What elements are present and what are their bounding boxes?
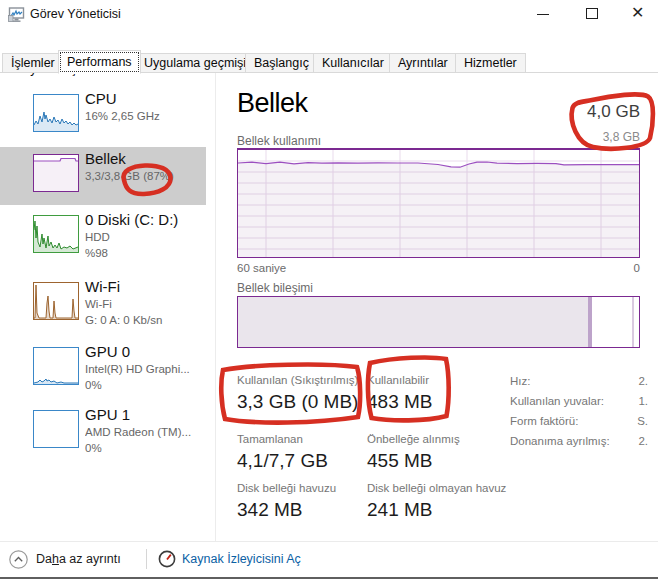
sidebar-disk-type: HDD xyxy=(85,231,110,243)
detail-slots-label: Kullanılan yuvalar: xyxy=(510,395,604,407)
sidebar-wifi-name: Wi-Fi xyxy=(85,298,112,310)
tab-ayrintilar[interactable]: Ayrıntılar xyxy=(389,53,457,73)
footer-divider xyxy=(0,541,658,542)
tab-islemler[interactable]: İşlemler xyxy=(2,53,64,73)
stat-committed-label: Tamamlanan xyxy=(237,433,303,445)
title-bar: Görev Yöneticisi ✕ xyxy=(0,0,658,30)
sidebar-memory-title: Bellek xyxy=(85,150,126,167)
sidebar-gpu1-usage: 0% xyxy=(85,442,102,454)
sidebar-gpu0-name: Intel(R) HD Graphi... xyxy=(85,363,190,375)
stat-paged-pool-value: 342 MB xyxy=(237,499,302,521)
tab-kullanicilar[interactable]: Kullanıcılar xyxy=(313,53,393,73)
tab-baslangic[interactable]: Başlangıç xyxy=(245,53,318,73)
stat-used-label: Kullanılan (Sıkıştırılmış) xyxy=(237,374,358,386)
resource-monitor-icon xyxy=(158,550,176,568)
page-title: Bellek xyxy=(237,88,308,119)
sidebar-disk-usage: %98 xyxy=(85,247,108,259)
memory-mini-chart-icon xyxy=(33,154,79,192)
memory-total-value: 4,0 GB xyxy=(500,102,640,122)
fewer-details-accesskey: h xyxy=(52,552,59,566)
detail-reserved-label: Donanıma ayrılmış: xyxy=(510,435,610,447)
gpu0-mini-chart-icon xyxy=(33,347,79,385)
chart-axis-right: 0 xyxy=(560,262,640,274)
window-bottom-border xyxy=(0,577,658,579)
minimize-button[interactable] xyxy=(528,0,558,26)
detail-formfactor-label: Form faktörü: xyxy=(510,415,578,427)
sidebar-gpu1-title: GPU 1 xyxy=(85,406,130,423)
chart-axis-left: 60 saniye xyxy=(237,262,286,274)
footer-separator xyxy=(146,549,147,569)
open-resource-monitor-link[interactable]: Kaynak İzleyicisini Aç xyxy=(182,552,301,566)
composition-modified-segment xyxy=(588,297,592,347)
detail-speed-label: Hız: xyxy=(510,375,530,387)
sidebar-disk-title: 0 Diski (C: D:) xyxy=(85,211,178,228)
memory-usage-chart xyxy=(237,148,640,258)
sidebar-cpu-title: CPU xyxy=(85,90,117,107)
sidebar-separator xyxy=(215,73,216,541)
task-manager-window: Görev Yöneticisi ✕ Dosya Seçenekler Görü… xyxy=(0,0,658,585)
stat-nonpaged-pool-label: Disk belleği olmayan havuz xyxy=(367,482,506,494)
sidebar-memory-usage: 3,3/3,8 GB (87%) xyxy=(85,170,174,182)
menu-bar: Dosya Seçenekler Görüntüle xyxy=(0,30,658,50)
detail-slots-value: 1. xyxy=(600,395,648,407)
wifi-mini-chart-icon xyxy=(33,282,79,320)
composition-label: Bellek bileşimi xyxy=(237,281,313,295)
sidebar-gpu0-usage: 0% xyxy=(85,379,102,391)
fewer-details-text-pre: Da xyxy=(36,552,52,566)
detail-speed-value: 2. xyxy=(600,375,648,387)
memory-scale-max: 3,8 GB xyxy=(500,130,640,144)
sidebar-gpu1-name: AMD Radeon (TM)... xyxy=(85,426,191,438)
chevron-up-circle-icon xyxy=(9,550,28,569)
maximize-icon xyxy=(586,8,598,19)
tab-hizmetler[interactable]: Hizmetler xyxy=(455,53,526,73)
fewer-details-button[interactable] xyxy=(9,550,28,569)
close-button[interactable]: ✕ xyxy=(622,0,652,26)
composition-standby-line xyxy=(632,297,634,347)
sidebar-wifi-traffic: G: 0 A: 0 Kb/sn xyxy=(85,314,162,326)
sidebar-wifi-title: Wi-Fi xyxy=(85,278,120,295)
tab-uygulama-gecmisi[interactable]: Uygulama geçmişi xyxy=(135,53,255,73)
fewer-details-text-post: a az ayrıntı xyxy=(59,552,121,566)
detail-formfactor-value: S. xyxy=(600,415,648,427)
disk-mini-chart-icon xyxy=(33,215,79,253)
cpu-mini-chart-icon xyxy=(33,94,79,132)
maximize-button[interactable] xyxy=(577,0,607,26)
minimize-icon xyxy=(537,14,549,15)
fewer-details-label[interactable]: Daha az ayrıntı xyxy=(36,552,121,566)
tab-performans[interactable]: Performans xyxy=(58,50,141,74)
gpu1-mini-chart-icon xyxy=(33,410,79,448)
stat-available-value: 483 MB xyxy=(367,391,432,413)
usage-chart-label: Bellek kullanımı xyxy=(237,134,321,148)
stat-paged-pool-label: Disk belleği havuzu xyxy=(237,482,336,494)
stat-used-value: 3,3 GB (0 MB) xyxy=(237,391,358,413)
sidebar-gpu0-title: GPU 0 xyxy=(85,343,130,360)
close-icon: ✕ xyxy=(631,3,644,22)
stat-cached-value: 455 MB xyxy=(367,450,432,472)
sidebar-cpu-usage: 16% 2,65 GHz xyxy=(85,110,160,122)
composition-in-use-segment xyxy=(238,297,588,347)
stat-available-label: Kullanılabilir xyxy=(367,374,429,386)
stat-cached-label: Önbelleğe alınmış xyxy=(367,433,460,445)
app-icon xyxy=(8,6,25,23)
memory-composition-bar xyxy=(237,296,640,348)
window-title: Görev Yöneticisi xyxy=(30,7,121,21)
stat-nonpaged-pool-value: 241 MB xyxy=(367,499,432,521)
detail-reserved-value: 2. xyxy=(600,435,648,447)
stat-committed-value: 4,1/7,7 GB xyxy=(237,450,328,472)
